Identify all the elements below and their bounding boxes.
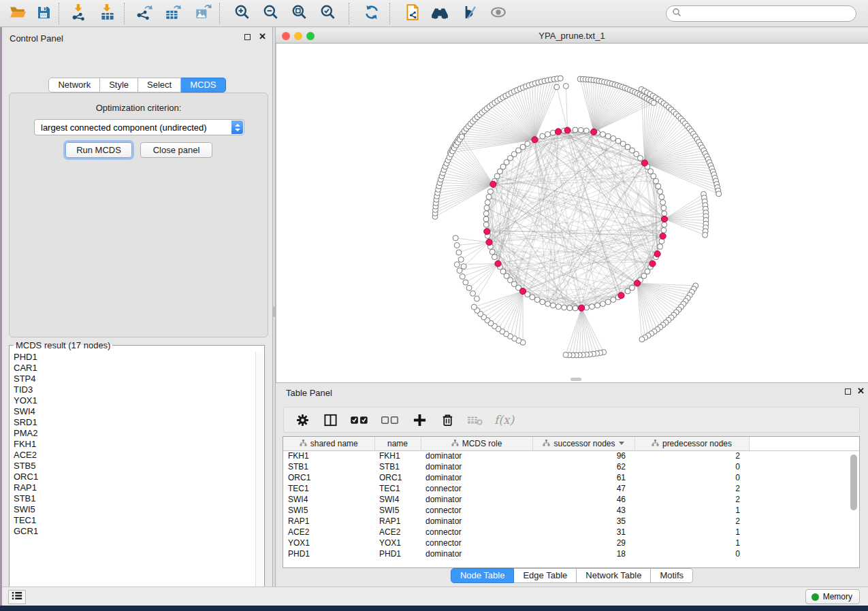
tab-select[interactable]: Select — [138, 78, 181, 93]
network-node[interactable] — [458, 257, 464, 262]
table-row[interactable]: TEC1TEC1connector472 — [283, 483, 859, 494]
float-window-icon[interactable] — [845, 389, 851, 395]
tab-network[interactable]: Network — [48, 78, 100, 93]
network-node[interactable] — [658, 189, 663, 195]
network-hub-node[interactable] — [519, 288, 526, 294]
delete-row-button[interactable] — [438, 411, 456, 429]
network-hub-node[interactable] — [555, 129, 561, 135]
network-node[interactable] — [658, 244, 663, 249]
network-node[interactable] — [483, 222, 489, 227]
zoom-selected-button[interactable] — [317, 3, 339, 24]
tab-network-table[interactable]: Network Table — [577, 568, 651, 583]
network-node[interactable] — [651, 100, 656, 105]
network-hub-node[interactable] — [484, 229, 490, 235]
network-node[interactable] — [615, 138, 621, 144]
run-mcds-button[interactable]: Run MCDS — [65, 142, 132, 158]
network-node[interactable] — [651, 174, 656, 179]
zoom-fit-button[interactable] — [289, 3, 310, 24]
network-node[interactable] — [661, 205, 666, 211]
list-item[interactable]: ACE2 — [11, 450, 255, 461]
settings-gear-button[interactable] — [293, 411, 311, 429]
find-binoculars-button[interactable] — [429, 3, 451, 24]
select-all-button[interactable] — [349, 411, 370, 429]
network-node[interactable] — [483, 216, 489, 222]
network-node[interactable] — [703, 232, 708, 237]
table-row[interactable]: YOX1YOX1connector291 — [283, 538, 859, 548]
document-network-button[interactable] — [402, 3, 423, 24]
toggle-graphics-details-button[interactable] — [459, 3, 481, 24]
list-item[interactable]: TID3 — [11, 384, 255, 395]
network-hub-node[interactable] — [661, 216, 667, 222]
network-node[interactable] — [659, 194, 664, 199]
network-node[interactable] — [530, 295, 535, 300]
list-item[interactable]: RAP1 — [11, 482, 255, 493]
network-node[interactable] — [485, 199, 490, 205]
network-node[interactable] — [637, 155, 643, 161]
network-node[interactable] — [461, 264, 466, 269]
list-item[interactable]: PHD1 — [11, 352, 255, 363]
import-table-button[interactable] — [97, 3, 118, 24]
tab-mcds[interactable]: MCDS — [181, 78, 225, 93]
open-folder-button[interactable] — [7, 3, 29, 24]
tab-style[interactable]: Style — [100, 78, 138, 93]
splitter-handle[interactable] — [273, 306, 275, 317]
list-item[interactable]: TEC1 — [11, 515, 255, 526]
network-node[interactable] — [558, 76, 563, 81]
network-node[interactable] — [540, 299, 545, 305]
list-item[interactable]: YOX1 — [11, 395, 255, 406]
horizontal-splitter-handle[interactable] — [570, 378, 581, 381]
network-node[interactable] — [662, 211, 667, 216]
list-item[interactable]: SRD1 — [11, 417, 255, 428]
network-node[interactable] — [605, 299, 611, 305]
add-row-button[interactable] — [411, 411, 428, 429]
network-node[interactable] — [716, 191, 722, 197]
sort-desc-icon[interactable] — [619, 442, 624, 445]
close-panel-icon[interactable]: ✕ — [259, 33, 266, 40]
list-item[interactable]: PMA2 — [11, 428, 255, 439]
network-node[interactable] — [563, 83, 568, 88]
network-node[interactable] — [471, 304, 477, 310]
network-node[interactable] — [600, 301, 605, 307]
deselect-all-button[interactable] — [380, 411, 400, 429]
close-panel-icon[interactable]: ✕ — [857, 388, 865, 395]
list-item[interactable]: ORC1 — [11, 472, 255, 482]
network-node[interactable] — [648, 169, 654, 174]
network-node[interactable] — [583, 128, 589, 133]
list-item[interactable]: STP4 — [11, 374, 255, 384]
network-node[interactable] — [661, 227, 666, 233]
network-hub-node[interactable] — [634, 280, 640, 286]
network-node[interactable] — [625, 288, 630, 294]
network-node[interactable] — [554, 84, 560, 90]
export-network-button[interactable] — [133, 3, 155, 24]
table-row[interactable]: FKH1FKH1dominator962 — [283, 450, 859, 461]
network-hub-node[interactable] — [564, 127, 570, 133]
network-hub-node[interactable] — [490, 181, 496, 187]
network-node[interactable] — [525, 141, 530, 146]
table-row[interactable]: STB1STB1dominator620 — [283, 461, 859, 472]
network-node[interactable] — [595, 303, 600, 308]
float-window-icon[interactable] — [244, 34, 251, 40]
network-node[interactable] — [611, 297, 616, 303]
network-hub-node[interactable] — [579, 305, 585, 311]
network-node[interactable] — [463, 280, 468, 285]
network-node[interactable] — [492, 254, 497, 260]
network-node[interactable] — [611, 135, 616, 141]
column-header-MCDS-role[interactable]: MCDS role — [421, 437, 532, 450]
result-scrollbar[interactable] — [255, 352, 263, 595]
network-hub-node[interactable] — [618, 293, 624, 299]
network-node[interactable] — [545, 131, 551, 137]
network-node[interactable] — [573, 127, 578, 133]
zoom-in-button[interactable] — [231, 3, 253, 24]
network-node[interactable] — [453, 235, 458, 241]
zoom-out-button[interactable] — [260, 3, 282, 24]
list-item[interactable]: SWI4 — [11, 406, 255, 417]
network-node[interactable] — [474, 296, 479, 301]
network-node[interactable] — [486, 194, 492, 199]
network-node[interactable] — [466, 285, 472, 291]
network-hub-node[interactable] — [495, 261, 501, 267]
list-item[interactable]: STB5 — [11, 461, 255, 472]
network-hub-node[interactable] — [660, 233, 666, 239]
search-field[interactable] — [666, 5, 856, 22]
network-node[interactable] — [656, 184, 661, 189]
close-panel-button[interactable]: Close panel — [140, 142, 212, 158]
